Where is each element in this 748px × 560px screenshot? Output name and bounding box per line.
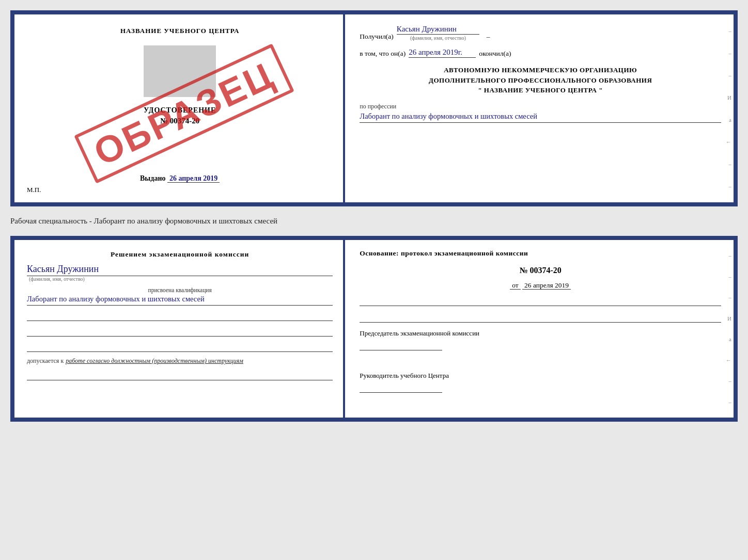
bottom-side-arrow: ←: [723, 357, 731, 363]
chairman-block: Председатель экзаменационной комиссии: [360, 329, 721, 350]
cert-number: № 00374-20: [160, 117, 199, 125]
decision-text: Решением экзаменационной комиссии: [27, 250, 333, 259]
issued-date-value: 26 апреля 2019: [167, 174, 220, 183]
bottom-name: Касьян Дружинин: [27, 264, 333, 276]
between-label: Рабочая специальность - Лаборант по анал…: [10, 216, 738, 227]
cert-photo-placeholder: [144, 45, 216, 97]
date-suffix: окончил(а): [479, 50, 511, 58]
bottom-name-block: Касьян Дружинин (фамилия, имя, отчество): [27, 264, 333, 282]
blank-line-2: [27, 328, 333, 337]
bottom-blank-1: [360, 298, 721, 306]
chairman-label: Председатель экзаменационной комиссии: [360, 329, 721, 338]
received-name: Касьян Дружинин: [397, 25, 479, 35]
recipient-line: Касьян Дружинин (фамилия, имя, отчество): [397, 25, 479, 41]
mp-label: М.П.: [27, 186, 41, 194]
page-container: НАЗВАНИЕ УЧЕБНОГО ЦЕНТРА УДОСТОВЕРЕНИЕ №…: [10, 10, 738, 422]
qualification-value: Лаборант по анализу формовочных и шихтов…: [27, 293, 333, 306]
bottom-dash-3: –: [723, 294, 731, 300]
bottom-doc-left: Решением экзаменационной комиссии Касьян…: [14, 240, 345, 418]
top-left-title: НАЗВАНИЕ УЧЕБНОГО ЦЕНТРА: [120, 27, 240, 35]
org-line1: АВТОНОМНУЮ НЕКОММЕРЧЕСКУЮ ОРГАНИЗАЦИЮ: [360, 65, 721, 75]
director-sign-line: [360, 382, 442, 393]
issued-prefix: Выдано: [140, 174, 165, 182]
date-row: в том, что он(а) 26 апреля 2019г. окончи…: [360, 48, 721, 58]
profession-prefix: по профессии: [360, 103, 721, 110]
spacer: [360, 357, 721, 365]
side-a: а: [723, 117, 731, 123]
bottom-dash-5: –: [723, 399, 731, 405]
blank-line-4: [27, 372, 333, 380]
profession-block: по профессии Лаборант по анализу формово…: [360, 103, 721, 123]
bottom-side-a: а: [723, 336, 731, 342]
bottom-side-i: И: [723, 315, 731, 322]
blank-line-3: [27, 344, 333, 352]
bottom-name-subtitle: (фамилия, имя, отчество): [29, 276, 333, 282]
director-label: Руководитель учебного Центра: [360, 371, 721, 380]
dash-3: –: [723, 72, 731, 78]
date-value-bottom: 26 апреля 2019: [522, 281, 571, 290]
chairman-sign-line: [360, 340, 442, 350]
qualification-block: присвоена квалификация Лаборант по анали…: [27, 287, 333, 306]
side-arrow: ←: [723, 139, 731, 145]
protocol-date: от 26 апреля 2019: [360, 281, 721, 290]
dash-separator: –: [487, 33, 490, 41]
bottom-dash-2: –: [723, 274, 731, 280]
top-doc-right: Получил(а) Касьян Дружинин (фамилия, имя…: [345, 14, 734, 202]
top-doc-left: НАЗВАНИЕ УЧЕБНОГО ЦЕНТРА УДОСТОВЕРЕНИЕ №…: [14, 14, 345, 202]
side-i: И: [723, 94, 731, 101]
org-line3: " НАЗВАНИЕ УЧЕБНОГО ЦЕНТРА ": [360, 85, 721, 95]
top-document: НАЗВАНИЕ УЧЕБНОГО ЦЕНТРА УДОСТОВЕРЕНИЕ №…: [10, 10, 738, 206]
bottom-doc-right: Основание: протокол экзаменационной коми…: [345, 240, 734, 418]
profession-value: Лаборант по анализу формовочных и шихтов…: [360, 110, 721, 123]
date-prefix: в том, что он(а): [360, 50, 406, 58]
qualification-label: присвоена квалификация: [27, 287, 333, 293]
dash-5: –: [723, 183, 731, 189]
bottom-dash-1: –: [723, 252, 731, 259]
bottom-dash-4: –: [723, 378, 731, 384]
issued-date: Выдано 26 апреля 2019: [140, 164, 220, 183]
date-prefix-bottom: от: [510, 281, 520, 290]
protocol-number: № 00374-20: [360, 266, 721, 275]
dash-2: –: [723, 50, 731, 56]
org-block: АВТОНОМНУЮ НЕКОММЕРЧЕСКУЮ ОРГАНИЗАЦИЮ ДО…: [360, 65, 721, 95]
dash-1: –: [723, 28, 731, 34]
received-row: Получил(а) Касьян Дружинин (фамилия, имя…: [360, 25, 721, 41]
blank-line-1: [27, 313, 333, 321]
dash-4: –: [723, 161, 731, 167]
cert-label: УДОСТОВЕРЕНИЕ: [144, 106, 216, 115]
date-value: 26 апреля 2019г.: [409, 48, 476, 58]
bottom-blank-2: [360, 314, 721, 323]
allowed-prefix: допускается к: [27, 357, 64, 365]
allowed-block: допускается к работе согласно должностны…: [27, 357, 333, 365]
received-name-subtitle: (фамилия, имя, отчество): [397, 35, 479, 41]
allowed-text: работе согласно должностным (производств…: [66, 357, 243, 365]
director-block: Руководитель учебного Центра: [360, 371, 721, 393]
bottom-document: Решением экзаменационной комиссии Касьян…: [10, 236, 738, 422]
right-sidebar-bottom: – – – И а ← – –: [721, 240, 734, 418]
basis-text: Основание: протокол экзаменационной коми…: [360, 249, 721, 258]
org-line2: ДОПОЛНИТЕЛЬНОГО ПРОФЕССИОНАЛЬНОГО ОБРАЗО…: [360, 75, 721, 86]
right-sidebar-top: – – – И а ← – –: [721, 14, 734, 202]
received-prefix: Получил(а): [360, 33, 394, 41]
